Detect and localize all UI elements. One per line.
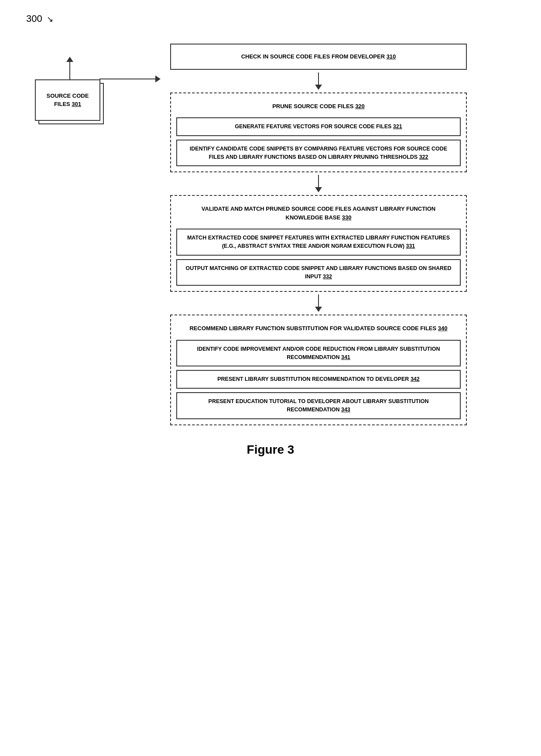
present-tutorial-ref: 343 [341, 407, 350, 413]
prune-title: PRUNE SOURCE CODE FILES 320 [176, 99, 461, 114]
source-files-column: SOURCE CODEFILES 301 [26, 57, 113, 127]
identify-candidate-ref: 322 [419, 154, 428, 160]
present-recommendation-box: PRESENT LIBRARY SUBSTITUTION RECOMMENDAT… [176, 370, 461, 389]
output-matching-box: OUTPUT MATCHING OF EXTRACTED CODE SNIPPE… [176, 259, 461, 286]
validate-outer-box: VALIDATE AND MATCH PRUNED SOURCE CODE FI… [170, 195, 467, 292]
recommend-outer-box: RECOMMEND LIBRARY FUNCTION SUBSTITUTION … [170, 315, 467, 425]
match-features-ref: 331 [406, 243, 415, 249]
arrow-3 [315, 294, 322, 312]
source-files-box: SOURCE CODEFILES 301 [35, 79, 105, 127]
horizontal-arrow [99, 75, 161, 82]
arrow-2-line [318, 175, 319, 187]
diagram: SOURCE CODEFILES 301 CHECK IN SOURCE COD… [26, 44, 515, 425]
recommend-ref: 340 [438, 325, 448, 332]
generate-feature-box: GENERATE FEATURE VECTORS FOR SOURCE CODE… [176, 117, 461, 136]
match-features-box: MATCH EXTRACTED CODE SNIPPET FEATURES WI… [176, 229, 461, 256]
arrow-2-head [315, 187, 322, 192]
source-up-arrow-line [69, 62, 70, 79]
present-recommendation-ref: 342 [411, 376, 420, 382]
page: 300 ↘ SOURCE CODEFILES 301 [0, 0, 541, 756]
check-in-box: CHECK IN SOURCE CODE FILES FROM DEVELOPE… [170, 44, 467, 70]
output-matching-ref: 332 [323, 274, 332, 280]
source-files-label: SOURCE CODEFILES 301 [47, 92, 89, 108]
h-arrow-head [155, 75, 161, 82]
arrow-1 [315, 72, 322, 90]
arrow-1-head [315, 85, 322, 90]
check-in-ref: 310 [387, 53, 396, 60]
identify-improvement-ref: 341 [341, 354, 350, 360]
identify-improvement-box: IDENTIFY CODE IMPROVEMENT AND/OR CODE RE… [176, 340, 461, 367]
diagram-number: 300 ↘ [26, 13, 53, 24]
check-in-label: CHECK IN SOURCE CODE FILES FROM DEVELOPE… [241, 53, 396, 60]
arrow-3-line [318, 294, 319, 307]
recommend-title: RECOMMEND LIBRARY FUNCTION SUBSTITUTION … [176, 321, 461, 336]
arrow-1-line [318, 72, 319, 85]
h-arrow-line [99, 79, 155, 79]
validate-ref: 330 [342, 214, 352, 221]
identify-candidate-box: IDENTIFY CANDIDATE CODE SNIPPETS BY COMP… [176, 140, 461, 167]
present-tutorial-box: PRESENT EDUCATION TUTORIAL TO DEVELOPER … [176, 392, 461, 419]
figure-label: Figure 3 [26, 443, 515, 457]
arrow-2 [315, 175, 322, 192]
source-files-paper-front: SOURCE CODEFILES 301 [35, 79, 100, 121]
generate-feature-ref: 321 [393, 123, 402, 130]
prune-outer-box: PRUNE SOURCE CODE FILES 320 GENERATE FEA… [170, 92, 467, 173]
source-up-arrow-head [66, 57, 73, 62]
flowchart-column: CHECK IN SOURCE CODE FILES FROM DEVELOPE… [122, 44, 515, 425]
arrow-3-head [315, 307, 322, 312]
validate-title: VALIDATE AND MATCH PRUNED SOURCE CODE FI… [176, 201, 461, 225]
prune-ref: 320 [355, 103, 365, 109]
